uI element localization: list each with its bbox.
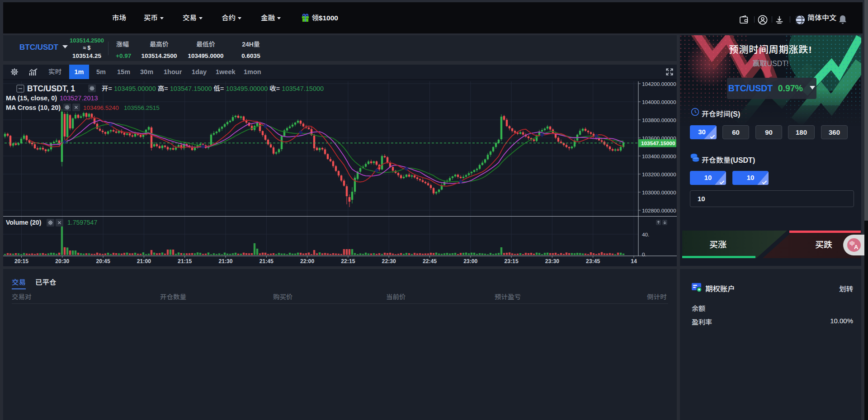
svg-text:21:00: 21:00: [137, 258, 151, 264]
svg-text:22:30: 22:30: [382, 258, 396, 264]
svg-text:买涨: 买涨: [709, 240, 726, 250]
svg-text:23:30: 23:30: [545, 258, 559, 264]
svg-text:20:15: 20:15: [14, 258, 28, 264]
svg-text:1.7597547: 1.7597547: [67, 219, 97, 226]
svg-text:20:45: 20:45: [96, 258, 110, 264]
svg-text:23:15: 23:15: [505, 258, 519, 264]
svg-text:22:45: 22:45: [423, 258, 437, 264]
svg-text:103200.00000: 103200.00000: [642, 171, 676, 178]
svg-text:104000.00000: 104000.00000: [642, 99, 676, 105]
svg-text:14: 14: [631, 258, 637, 264]
svg-text:102800.00000: 102800.00000: [642, 208, 676, 214]
svg-text:23:00: 23:00: [463, 258, 477, 264]
svg-text:21:30: 21:30: [218, 258, 232, 264]
svg-text:40.: 40.: [642, 231, 649, 238]
svg-text:104200.00000: 104200.00000: [642, 81, 676, 87]
svg-text:22:15: 22:15: [341, 258, 355, 264]
svg-text:103547.15000: 103547.15000: [641, 140, 675, 146]
svg-text:21:15: 21:15: [178, 258, 192, 264]
svg-text:买跌: 买跌: [815, 240, 832, 250]
svg-text:20:30: 20:30: [55, 258, 69, 264]
svg-text:103400.00000: 103400.00000: [642, 153, 676, 160]
svg-text:103800.00000: 103800.00000: [642, 117, 676, 123]
svg-text:Volume (20): Volume (20): [6, 219, 41, 226]
svg-text:103000.00000: 103000.00000: [642, 189, 676, 196]
svg-text:MA Cross (10, 20): MA Cross (10, 20): [6, 104, 61, 111]
svg-text:103556.2515: 103556.2515: [124, 104, 160, 111]
svg-text:21:45: 21:45: [259, 258, 274, 264]
svg-text:23:45: 23:45: [586, 258, 600, 264]
svg-text:22:00: 22:00: [300, 258, 314, 264]
svg-text:0.: 0.: [642, 251, 646, 258]
svg-text:MA (15, close, 0): MA (15, close, 0): [6, 94, 57, 102]
svg-text:开= 103495.00000 高= 103547.150: 开= 103495.00000 高= 103547.15000 低= 10349…: [102, 85, 324, 92]
svg-text:103496.5240: 103496.5240: [83, 104, 119, 111]
svg-text:103527.2013: 103527.2013: [60, 94, 98, 102]
svg-text:BTC/USDT, 1: BTC/USDT, 1: [27, 84, 75, 93]
